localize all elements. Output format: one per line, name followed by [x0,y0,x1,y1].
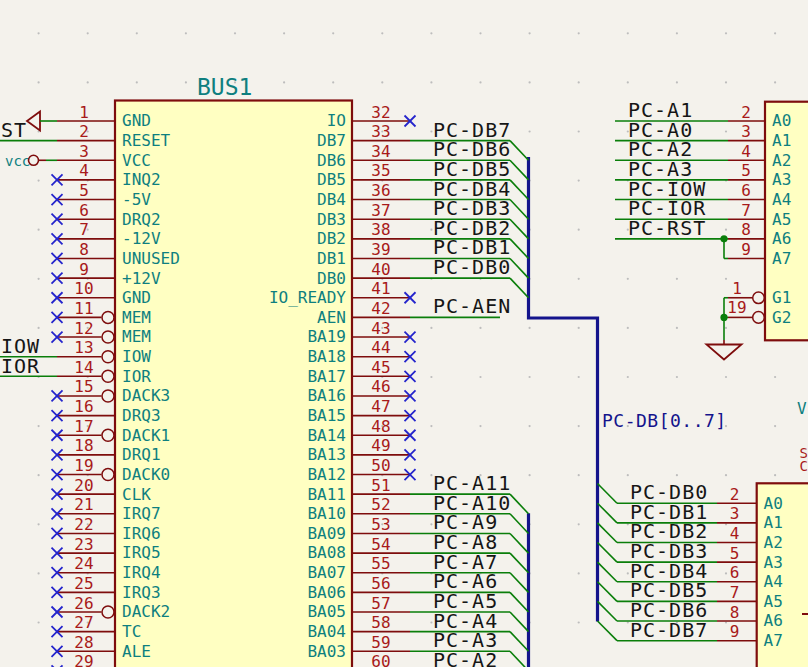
power-symbol-label[interactable]: vcc [5,153,30,169]
grid-dot [332,81,334,83]
grid-dot [676,32,678,34]
pin-name: IRQ7 [122,504,161,523]
bus-entry[interactable] [510,219,529,239]
pin-number: 14 [74,358,93,377]
grid-dot [185,32,187,34]
bus-entry[interactable] [598,542,618,562]
bus-entry[interactable] [510,258,529,278]
bus-entry[interactable] [598,523,618,543]
bus-entry[interactable] [510,200,529,220]
pin-name: BA07 [307,563,346,582]
pin-name: A1 [764,513,783,532]
grid-dot [38,229,40,231]
pin-number: 8 [741,220,751,239]
pin-number: 34 [371,142,390,161]
pin-name: A4 [772,190,791,209]
bus-entry[interactable] [598,503,618,523]
bus-entry[interactable] [510,612,529,632]
pin-name: IRQ6 [122,524,161,543]
component-reference-bus1[interactable]: BUS1 [197,74,252,100]
grid-dot [136,81,138,83]
bus-entry[interactable] [598,621,618,641]
pin-name: DB3 [317,210,346,229]
pin-number: 48 [371,417,390,436]
pin-name: DB0 [317,269,346,288]
net-label-PC-AEN[interactable]: PC-AEN [433,294,511,318]
bus-entry[interactable] [510,239,529,259]
pin-number: 6 [741,181,751,200]
bus-entry[interactable] [510,180,529,200]
pin-number: 28 [74,633,93,652]
junction-dot[interactable] [720,235,727,242]
grid-dot [38,425,40,427]
global-label-arrow-icon[interactable] [27,112,40,131]
net-label-IOR[interactable]: IOR [1,354,40,378]
grid-dot [38,327,40,329]
pin-number: 8 [79,240,89,259]
pin-number: 7 [79,220,89,239]
pin-name: -12V [122,229,161,248]
pin-number: 4 [741,142,751,161]
net-label-PC-RST[interactable]: PC-RST [628,216,706,240]
pin-number: 17 [74,417,93,436]
bus-entry[interactable] [510,553,529,573]
schematic-sheet[interactable]: PC-DB[0..7]BUS11GND2RESETST3VCCvcc4INQ25… [0,0,808,667]
pin-invert-circle [102,469,114,481]
pin-number: 2 [730,485,740,504]
bus-entry[interactable] [598,562,618,582]
net-label-ST[interactable]: ST [1,118,27,142]
pin-name: G1 [772,288,791,307]
grid-dot [627,327,629,329]
pin-name: DB1 [317,249,346,268]
bus-entry[interactable] [510,592,529,612]
grid-dot [430,32,432,34]
pin-number: 35 [371,161,390,180]
grid-dot [332,32,334,34]
net-label-PC-DB0[interactable]: PC-DB0 [433,255,511,279]
pin-name: DRQ2 [122,210,161,229]
bus-entry[interactable] [510,533,529,553]
pin-name: BA19 [307,327,346,346]
bus-pc-db[interactable] [529,157,598,622]
pin-name: A3 [772,170,791,189]
pin-number: 9 [730,622,740,641]
bus-entry[interactable] [598,484,618,504]
bus-entry[interactable] [598,582,618,602]
bus-entry[interactable] [510,514,529,534]
grid-dot [283,81,285,83]
pin-name: IOW [122,347,151,366]
pin-name: DB5 [317,170,346,189]
power-label-partial: V [797,399,807,418]
bus-entry[interactable] [510,632,529,652]
pin-name: A4 [764,572,783,591]
bus-entry[interactable] [598,601,618,621]
grid-dot [725,474,727,476]
grid-dot [578,130,580,132]
bus-entry[interactable] [510,141,529,161]
pin-number: 53 [371,515,390,534]
pin-name: A1 [772,131,791,150]
pin-name: IRQ5 [122,543,161,562]
bus-label[interactable]: PC-DB[0..7] [602,410,727,431]
grid-dot [38,278,40,280]
pin-name: A7 [772,249,791,268]
ground-icon[interactable] [707,345,742,360]
bus-entry[interactable] [510,651,529,667]
bus-entry[interactable] [510,573,529,593]
grid-dot [774,474,776,476]
bus-entry[interactable] [510,278,529,298]
grid-dot [38,474,40,476]
bus-entry[interactable] [510,494,529,514]
pin-name: DACK3 [122,386,170,405]
bus-entry[interactable] [510,160,529,180]
net-label-PC-DB7[interactable]: PC-DB7 [630,618,708,642]
pin-number: 56 [371,574,390,593]
pin-name: A3 [764,553,783,572]
pin-number: 22 [74,515,93,534]
pin-name: DRQ3 [122,406,161,425]
pin-number: 6 [730,563,740,582]
net-label-PC-A2[interactable]: PC-A2 [433,648,498,667]
junction-dot[interactable] [720,314,727,321]
grid-dot [725,572,727,574]
pin-number: 12 [74,319,93,338]
